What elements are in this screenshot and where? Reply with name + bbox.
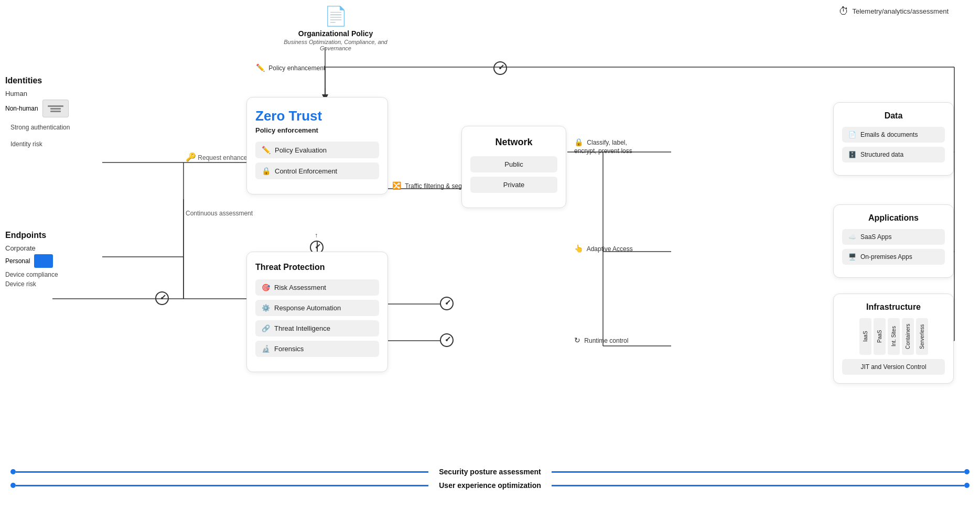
iaas-col: IaaS [859, 318, 871, 355]
gear-icon: ⚙️ [262, 304, 270, 312]
jit-bar: JIT and Version Control [842, 359, 945, 375]
speedo-threat-bottom [439, 333, 454, 350]
ux-line-left [16, 485, 428, 486]
non-human-label: Non-human [5, 105, 38, 112]
zero-trust-box: Zero Trust Policy enforcement ✏️ Policy … [246, 97, 388, 194]
zero-trust-subtitle: Policy enforcement [255, 126, 379, 134]
svg-point-28 [499, 67, 501, 69]
forensics-label: Forensics [274, 345, 304, 353]
svg-point-31 [161, 297, 163, 299]
device-icon [34, 254, 53, 268]
structured-data-item: 🗄️ Structured data [842, 147, 945, 162]
threat-intelligence-item: 🔗 Threat Intelligence [255, 320, 379, 337]
int-sites-col: Int. Sites [888, 318, 900, 355]
infra-title: Infrastructure [842, 302, 945, 312]
apps-title: Applications [842, 213, 945, 223]
control-enforcement-label: Control Enforcement [275, 167, 337, 175]
data-box: Data 📄 Emails & documents 🗄️ Structured … [833, 102, 954, 176]
security-dot-left [10, 469, 16, 474]
jit-label: JIT and Version Control [860, 363, 926, 371]
onprem-item: 🖥️ On-premises Apps [842, 249, 945, 265]
risk-assessment-label: Risk Assessment [274, 284, 326, 291]
device-compliance-label: Device compliance [5, 271, 58, 278]
speedo-bottom-left [155, 291, 169, 308]
security-posture-bar: Security posture assessment [0, 468, 980, 476]
svg-point-34 [316, 246, 318, 248]
org-policy-title: Organizational Policy [283, 29, 388, 38]
policy-enhancement-text: Policy enhancement [268, 64, 325, 72]
paas-col: PaaS [874, 318, 886, 355]
network-private-label: Private [503, 181, 524, 189]
strong-auth-label: Strong authentication [10, 124, 74, 132]
forensics-item: 🔬 Forensics [255, 341, 379, 357]
server-icon: 🖥️ [848, 253, 856, 260]
infrastructure-box: Infrastructure IaaS PaaS Int. Sites Cont… [833, 294, 954, 384]
risk-assessment-item: 🎯 Risk Assessment [255, 279, 379, 296]
paas-label: PaaS [877, 330, 882, 343]
bottom-bars: Security posture assessment User experie… [0, 468, 980, 490]
user-experience-label: User experience optimization [428, 481, 552, 490]
endpoints-title: Endpoints [5, 231, 58, 240]
endpoints-section: Endpoints Corporate Personal Device comp… [5, 231, 58, 288]
serverless-label: Serverless [919, 324, 925, 349]
infra-columns: IaaS PaaS Int. Sites Containers Serverle… [842, 318, 945, 355]
network-public: Public [470, 156, 557, 172]
control-enforcement-item: 🔒 Control Enforcement [255, 162, 379, 179]
policy-evaluation-label: Policy Evaluation [275, 146, 327, 154]
telemetry-icon: ⏱ [838, 5, 849, 17]
org-policy-subtitle: Business Optimization, Compliance, and G… [283, 39, 388, 51]
serverless-col: Serverless [916, 318, 928, 355]
iaas-label: IaaS [863, 331, 868, 342]
network-private: Private [470, 177, 557, 193]
endpoint-corporate: Corporate [5, 244, 58, 252]
security-line-right [552, 471, 964, 473]
ux-dot-left [10, 483, 16, 488]
containers-label: Containers [905, 324, 911, 349]
response-automation-item: ⚙️ Response Automation [255, 300, 379, 316]
threat-intelligence-label: Threat Intelligence [274, 324, 330, 332]
cloud-icon: ☁️ [848, 233, 856, 241]
ux-dot-right [964, 483, 970, 488]
docs-icon: 📄 [848, 131, 856, 138]
identity-human: Human [5, 90, 69, 97]
user-experience-bar: User experience optimization [0, 481, 980, 490]
svg-point-40 [446, 339, 448, 341]
speedo-top [493, 61, 508, 78]
org-policy-icon: 📄 [283, 5, 388, 27]
db-icon: 🗄️ [848, 151, 856, 158]
org-policy-section: 📄 Organizational Policy Business Optimiz… [283, 5, 388, 51]
network-box: Network Public Private [461, 126, 566, 208]
onprem-label: On-premises Apps [860, 253, 912, 260]
zero-trust-title: Zero Trust [255, 108, 379, 124]
forensics-icon: 🔬 [262, 345, 270, 353]
network-title: Network [470, 137, 557, 148]
int-sites-label: Int. Sites [891, 327, 897, 347]
security-line-left [16, 471, 428, 473]
policy-enhancement-label: ✏️ Policy enhancement [256, 63, 325, 73]
pencil-icon: ✏️ [262, 146, 271, 154]
runtime-control-label: ↻ Runtime control [574, 335, 628, 345]
svg-point-37 [446, 302, 448, 305]
saas-item: ☁️ SaaS Apps [842, 229, 945, 245]
security-dot-right [964, 469, 970, 474]
policy-evaluation-item: ✏️ Policy Evaluation [255, 142, 379, 158]
up-arrow: ↑ [315, 232, 318, 239]
lock-icon: 🔒 [262, 167, 271, 175]
id-card-icon [42, 100, 69, 117]
threat-title: Threat Protection [255, 263, 379, 272]
adaptive-access-label: 👆 Adaptive Access [574, 244, 633, 254]
structured-data-label: Structured data [860, 151, 903, 158]
data-title: Data [842, 111, 945, 121]
ux-line-right [552, 485, 964, 486]
containers-col: Containers [902, 318, 914, 355]
human-label: Human [5, 90, 27, 97]
device-risk-label: Device risk [5, 280, 58, 288]
identity-risk-label: Identity risk [10, 140, 74, 149]
applications-box: Applications ☁️ SaaS Apps 🖥️ On-premises… [833, 204, 954, 278]
response-automation-label: Response Automation [274, 304, 341, 312]
diagram-container: ⏱ Telemetry/analytics/assessment 📄 Organ… [0, 0, 980, 521]
threat-protection-box: Threat Protection 🎯 Risk Assessment ⚙️ R… [246, 252, 388, 372]
emails-docs-label: Emails & documents [860, 131, 918, 138]
personal-label: Personal [5, 257, 30, 265]
saas-label: SaaS Apps [860, 233, 891, 241]
